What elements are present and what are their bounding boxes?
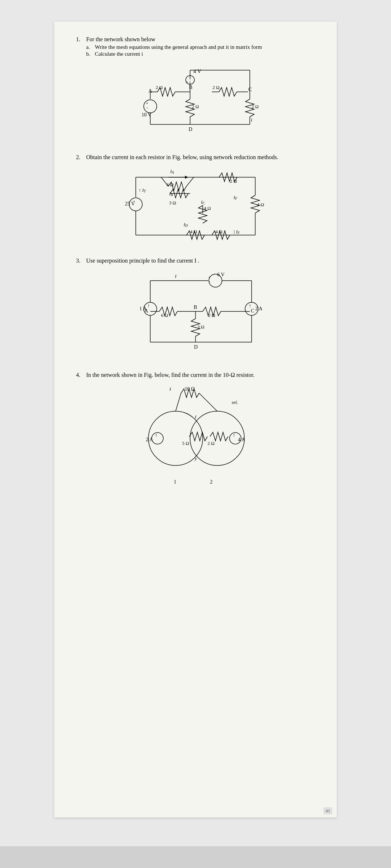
minus-10v: − <box>146 105 148 110</box>
problem-3: 3. Use superposition principle to find t… <box>76 258 319 360</box>
problem-1: 1. For the network shown below a. Write … <box>76 36 319 142</box>
node-b-3: B <box>194 305 197 310</box>
resistor-2ohm-4 <box>210 432 228 441</box>
node-2: 2 <box>210 479 213 485</box>
resistor-2 <box>219 88 237 96</box>
minus-6v: − <box>208 279 210 284</box>
page: 1. For the network shown below a. Write … <box>54 22 337 817</box>
label-2a: 2 A <box>255 306 263 311</box>
arrow-up-4a: ↑ <box>233 433 235 438</box>
problem-1-sub-a: a. Write the mesh equations using the ge… <box>86 44 319 50</box>
sub-b-label: b. <box>86 51 93 57</box>
resistor-5ohm <box>189 432 207 441</box>
svg-line-39 <box>199 393 217 411</box>
sub-a-label: a. <box>86 44 93 50</box>
circuit-2-container: 25 V + 4 Ω IA 6 Ω <box>76 166 319 246</box>
problem-4: 4. In the network shown in Fig. below, f… <box>76 372 319 485</box>
sub-a-text: Write the mesh equations using the gener… <box>95 44 262 50</box>
if-label-top: IF <box>233 195 237 200</box>
circuit-2-svg: 25 V + 4 Ω IA 6 Ω <box>114 166 281 246</box>
problem-2-number: 2. <box>76 154 84 161</box>
ib-label: IB <box>169 191 173 197</box>
circuit-1-svg: 4 V + | A 2 Ω B <box>121 63 273 142</box>
problem-3-number: 3. <box>76 258 84 264</box>
label-1a: 1 A <box>139 306 147 311</box>
circuit-4-svg: 10 Ω I ref. 5 Ω 2 Ω <box>129 384 266 485</box>
circle-right <box>190 411 244 465</box>
label-3ohm-3: 3 Ω <box>197 324 204 329</box>
circuit-4-container: 10 Ω I ref. 5 Ω 2 Ω <box>76 384 319 485</box>
label-I-top: I <box>175 273 177 279</box>
problem-4-number: 4. <box>76 372 84 378</box>
problem-4-text: In the network shown in Fig. below, find… <box>86 372 255 378</box>
problem-2-text: Obtain the current in each resistor in F… <box>86 154 278 161</box>
source-2a-4 <box>152 433 163 444</box>
label-2ohm-4: 2 Ω <box>207 441 214 446</box>
arrow-1a: ↑ <box>147 303 150 309</box>
plus-25v: + <box>133 199 135 203</box>
node-d-3: D <box>194 344 198 350</box>
it-label: ↑ IT <box>139 187 146 193</box>
current-i-label: i <box>251 117 252 123</box>
label-y: y <box>194 456 197 461</box>
id-label: ID <box>183 222 188 227</box>
label-3ohm: 3 Ω <box>169 200 176 205</box>
node-1: 1 <box>174 479 176 485</box>
circuit-1-container: 4 V + | A 2 Ω B <box>76 63 319 142</box>
problem-1-number: 1. <box>76 36 84 43</box>
bottom-bar <box>0 846 391 868</box>
sub-b-text: Calculate the current i <box>95 51 143 57</box>
label-i-4: I <box>169 386 171 392</box>
resistor-1 <box>157 88 175 96</box>
voltage-4v-label: 4 V <box>193 68 201 74</box>
problem-1-text: For the network shown below <box>86 36 155 43</box>
problem-2: 2. Obtain the current in each resistor i… <box>76 154 319 246</box>
circuit-3-container: I + − 6 V A C 6 Ω B 2 Ω <box>76 270 319 360</box>
resistor-2ohm-right-label: 2 Ω <box>252 104 258 109</box>
label-6v: 6 V <box>217 272 224 277</box>
label-4a-4: 4 A <box>238 437 245 442</box>
svg-line-24 <box>186 177 194 186</box>
circuit-3-svg: I + − 6 V A C 6 Ω B 2 Ω <box>121 270 273 360</box>
if-label-bottom: | IF <box>234 229 240 235</box>
label-ref: ref. <box>232 400 238 405</box>
node-d-label: D <box>189 127 192 132</box>
label-i-center: I <box>194 414 197 420</box>
resistor-2ohm-mid-label: 2 Ω <box>192 104 199 109</box>
arrow-2a: ↑ <box>249 303 251 309</box>
svg-line-38 <box>176 393 181 411</box>
arrow-up-2a: ↑ <box>155 433 157 438</box>
label-right-4ohm: 4 Ω <box>257 202 264 207</box>
ia-label: IA <box>170 169 174 174</box>
node-c-3: C <box>251 308 254 314</box>
problem-1-sub-b: b. Calculate the current i <box>86 51 319 57</box>
resistor-2ohm-right-top-label: 2 Ω <box>213 85 219 90</box>
problem-3-text: Use superposition principle to find the … <box>86 258 199 264</box>
node-b-label: B <box>189 85 192 90</box>
page-number: 41 <box>323 807 332 814</box>
plus-6v: + <box>208 275 210 279</box>
label-2a-4: 2 A <box>146 437 154 442</box>
ic-label: IC <box>201 199 205 205</box>
label-5ohm: 5 Ω <box>182 441 189 446</box>
